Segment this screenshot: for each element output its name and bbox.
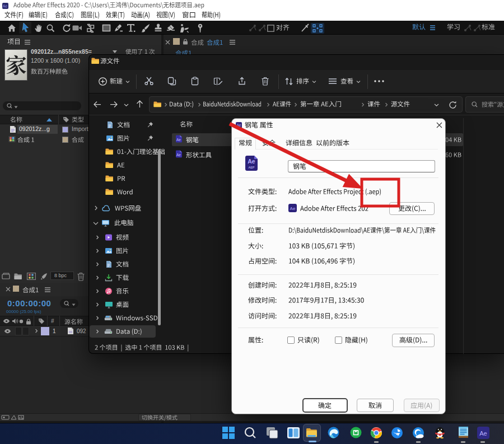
svg-text:Ae: Ae bbox=[176, 153, 181, 157]
svg-text:Ae: Ae bbox=[176, 138, 181, 142]
svg-text:Ae: Ae bbox=[479, 430, 487, 437]
